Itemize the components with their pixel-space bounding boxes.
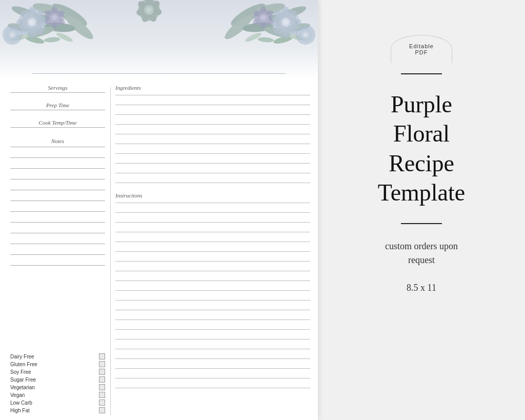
prep-time-field: Prep Time [10, 102, 105, 110]
notes-section: Notes [10, 138, 105, 266]
checkbox-label-low-carb: Low Carb [10, 400, 32, 406]
checkbox-label-vegetarian: Vegetarian [10, 385, 35, 390]
subtitle: custom orders uponrequest [385, 239, 458, 267]
svg-point-28 [29, 20, 34, 25]
svg-point-54 [284, 20, 289, 25]
checkbox-label-dairy-free: Dairy Free [10, 354, 34, 359]
checkbox-soy-free[interactable] [99, 369, 105, 375]
svg-point-66 [304, 33, 308, 37]
checkbox-section: Dairy Free Gluten Free Soy Free Sugar Fr… [10, 353, 105, 415]
page-container: Servings Prep Time Cook Temp/Time Notes [0, 0, 525, 420]
servings-label: Servings [10, 85, 105, 91]
svg-point-8 [244, 31, 262, 44]
checkbox-sugar-free[interactable] [99, 376, 105, 383]
main-title-line2: Floral [378, 119, 465, 149]
title-area: Editable PDF Purple Floral Recipe Templa… [318, 0, 525, 420]
main-title: Purple Floral Recipe Template [378, 90, 465, 208]
cook-temp-field: Cook Temp/Time [10, 119, 105, 128]
cook-temp-label: Cook Temp/Time [10, 119, 105, 126]
main-title-line3: Recipe [378, 149, 465, 178]
checkbox-label-vegan: Vegan [10, 392, 25, 398]
size-text: 8.5 x 11 [407, 283, 436, 293]
checkbox-high-fat[interactable] [99, 407, 105, 413]
right-column: Ingredients Instructions [115, 85, 310, 397]
prep-time-label: Prep Time [10, 102, 105, 108]
notes-label: Notes [10, 138, 105, 144]
list-item: Soy Free [10, 369, 105, 375]
svg-point-49 [52, 15, 57, 20]
list-item: Low Carb [10, 399, 105, 406]
editable-badge-line2: PDF [415, 49, 428, 55]
list-item: High Fat [10, 407, 105, 413]
vertical-divider [110, 87, 111, 415]
checkbox-vegetarian[interactable] [99, 384, 105, 390]
prep-time-line [10, 110, 105, 110]
instructions-section: Instructions [115, 192, 310, 388]
floral-header [0, 0, 318, 79]
svg-point-20 [55, 31, 74, 44]
title-bottom-line [401, 223, 442, 224]
checkbox-vegan[interactable] [99, 392, 105, 398]
checkbox-label-soy-free: Soy Free [10, 369, 31, 375]
instructions-label: Instructions [115, 192, 310, 198]
list-item: Dairy Free [10, 353, 105, 359]
title-top-line [401, 73, 442, 74]
main-title-line4: Template [378, 178, 465, 208]
checkbox-label-gluten-free: Gluten Free [10, 362, 37, 367]
svg-point-40 [10, 33, 14, 37]
servings-field: Servings [10, 85, 105, 93]
checkbox-label-sugar-free: Sugar Free [10, 377, 36, 383]
cook-temp-line [10, 127, 105, 128]
editable-pdf-badge: Editable PDF [391, 35, 452, 63]
main-title-line1: Purple [378, 90, 465, 119]
checkbox-label-high-fat: High Fat [10, 408, 30, 413]
editable-badge-line1: Editable [409, 43, 434, 49]
checkbox-gluten-free[interactable] [99, 361, 105, 367]
svg-point-85 [147, 8, 152, 13]
svg-point-75 [261, 15, 266, 20]
left-column: Servings Prep Time Cook Temp/Time Notes [10, 85, 105, 276]
list-item: Vegetarian [10, 384, 105, 390]
checkbox-dairy-free[interactable] [99, 353, 105, 359]
recipe-card: Servings Prep Time Cook Temp/Time Notes [0, 0, 318, 420]
svg-point-21 [44, 36, 60, 43]
list-item: Vegan [10, 392, 105, 398]
ingredients-lines [115, 95, 310, 183]
list-item: Gluten Free [10, 361, 105, 367]
instructions-lines [115, 203, 310, 388]
list-item: Sugar Free [10, 376, 105, 383]
ingredients-label: Ingredients [115, 85, 310, 91]
servings-line [10, 92, 105, 93]
svg-point-9 [257, 36, 274, 43]
checkbox-low-carb[interactable] [99, 399, 105, 406]
notes-lines [10, 147, 105, 266]
